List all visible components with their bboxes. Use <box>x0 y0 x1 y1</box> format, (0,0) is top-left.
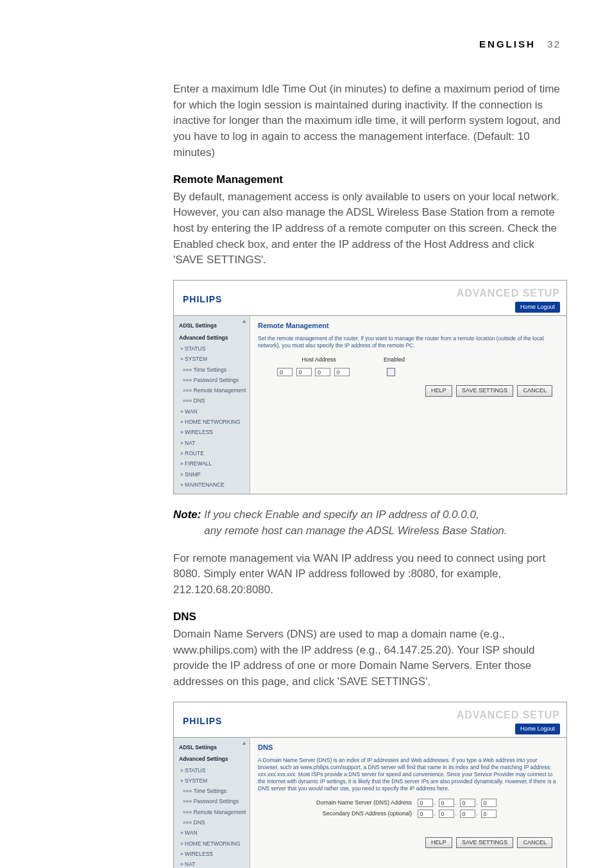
remote-mgmt-heading: Remote Management <box>173 172 567 188</box>
sidebar-item-dns[interactable]: »»» DNS <box>174 395 250 406</box>
note-line1: If you check Enable and specify an IP ad… <box>204 508 479 521</box>
sidebar-item-firewall[interactable]: » FIREWALL <box>174 458 250 469</box>
dns1-ip-1[interactable]: 0 <box>418 799 433 807</box>
sidebar: ▲ ADSL Settings Advanced Settings » STAT… <box>174 738 250 868</box>
panel-title-dns: DNS <box>258 743 559 753</box>
host-ip-3[interactable]: 0 <box>315 368 330 376</box>
sidebar-group-adsl[interactable]: ADSL Settings <box>174 742 250 753</box>
sidebar: ▲ ADSL Settings Advanced Settings » STAT… <box>174 316 250 494</box>
sidebar-item-status[interactable]: » STATUS <box>174 765 250 776</box>
host-ip-2[interactable]: 0 <box>296 368 312 376</box>
sidebar-item-time[interactable]: »»» Time Settings <box>174 365 250 375</box>
scroll-up-icon[interactable]: ▲ <box>242 317 247 325</box>
dns-body: Domain Name Servers (DNS) are used to ma… <box>173 627 567 690</box>
dns-secondary-label: Secondary DNS Address (optional) <box>296 810 416 818</box>
scroll-up-icon[interactable]: ▲ <box>242 739 247 747</box>
dns2-ip-1[interactable]: 0 <box>418 810 433 818</box>
sidebar-item-remote-mgmt[interactable]: »»» Remote Management <box>174 807 250 817</box>
advanced-setup-title: ADVANCED SETUP <box>457 288 560 299</box>
sidebar-item-wan[interactable]: » WAN <box>174 406 250 417</box>
sidebar-item-dns[interactable]: »»» DNS <box>174 817 250 828</box>
sidebar-item-wan[interactable]: » WAN <box>174 828 250 838</box>
col-enabled: Enabled <box>375 356 414 364</box>
enabled-checkbox[interactable] <box>387 368 395 376</box>
sidebar-item-status[interactable]: » STATUS <box>174 343 250 354</box>
note-line2: any remote host can manage the ADSL Wire… <box>204 525 507 537</box>
sidebar-item-maintenance[interactable]: » MAINTENANCE <box>174 480 250 490</box>
sidebar-group-advanced[interactable]: Advanced Settings <box>174 753 250 765</box>
header-lang: ENGLISH <box>479 39 536 49</box>
dns-screenshot: PHILIPS ADVANCED SETUP Home Logout ▲ ADS… <box>173 702 567 868</box>
dns1-ip-3[interactable]: 0 <box>460 799 475 807</box>
panel-title-remote: Remote Management <box>258 321 559 331</box>
note-label: Note: <box>173 508 201 521</box>
sidebar-item-remote-mgmt[interactable]: »»» Remote Management <box>174 385 250 395</box>
panel-desc-remote: Set the remote management of the router.… <box>258 335 559 349</box>
sidebar-item-nat[interactable]: » NAT <box>174 859 250 868</box>
home-logout-bar[interactable]: Home Logout <box>515 724 560 734</box>
save-settings-button[interactable]: SAVE SETTINGS <box>456 837 513 848</box>
sidebar-item-route[interactable]: » ROUTE <box>174 448 250 458</box>
sidebar-item-password[interactable]: »»» Password Settings <box>174 375 250 385</box>
page-header: ENGLISH 32 <box>45 39 567 49</box>
dns-heading: DNS <box>173 609 567 625</box>
panel-desc-dns: A Domain Name Server (DNS) is an index o… <box>258 757 559 792</box>
dns1-ip-2[interactable]: 0 <box>439 799 454 807</box>
advanced-setup-title: ADVANCED SETUP <box>457 709 560 720</box>
cancel-button[interactable]: CANCEL <box>517 385 552 396</box>
save-settings-button[interactable]: SAVE SETTINGS <box>456 385 513 396</box>
header-page-no: 32 <box>547 39 561 49</box>
sidebar-item-nat[interactable]: » NAT <box>174 438 250 448</box>
dns2-ip-2[interactable]: 0 <box>439 810 454 818</box>
sidebar-item-password[interactable]: »»» Password Settings <box>174 796 250 806</box>
remote-mgmt-screenshot: PHILIPS ADVANCED SETUP Home Logout ▲ ADS… <box>173 280 567 494</box>
sidebar-item-system[interactable]: » SYSTEM <box>174 776 250 786</box>
sidebar-item-home-net[interactable]: » HOME NETWORKING <box>174 838 250 849</box>
dns2-ip-3[interactable]: 0 <box>460 810 475 818</box>
dns-primary-label: Domain Name Server (DNS) Address <box>296 799 416 807</box>
home-logout-bar[interactable]: Home Logout <box>515 302 560 313</box>
remote-mgmt-body: By default, management access is only av… <box>173 189 567 268</box>
idle-timeout-paragraph: Enter a maximum Idle Time Out (in minute… <box>173 82 567 161</box>
host-ip-1[interactable]: 0 <box>277 368 293 376</box>
remote-mgmt-port-paragraph: For remote management via WAN IP address… <box>173 551 567 598</box>
cancel-button[interactable]: CANCEL <box>517 837 552 848</box>
sidebar-item-home-net[interactable]: » HOME NETWORKING <box>174 417 250 427</box>
sidebar-group-adsl[interactable]: ADSL Settings <box>174 320 250 331</box>
dns2-ip-4[interactable]: 0 <box>481 810 497 818</box>
sidebar-item-wireless[interactable]: » WIRELESS <box>174 427 250 437</box>
sidebar-group-advanced[interactable]: Advanced Settings <box>174 332 250 343</box>
philips-logo: PHILIPS <box>183 293 222 306</box>
dns1-ip-4[interactable]: 0 <box>481 799 497 807</box>
help-button[interactable]: HELP <box>425 385 452 396</box>
sidebar-item-wireless[interactable]: » WIRELESS <box>174 849 250 859</box>
host-ip-4[interactable]: 0 <box>334 368 350 376</box>
col-host-address: Host Address <box>277 356 361 364</box>
sidebar-item-snmp[interactable]: » SNMP <box>174 469 250 480</box>
help-button[interactable]: HELP <box>425 837 452 848</box>
sidebar-item-system[interactable]: » SYSTEM <box>174 354 250 364</box>
sidebar-item-time[interactable]: »»» Time Settings <box>174 786 250 796</box>
philips-logo: PHILIPS <box>183 715 222 727</box>
note-block: Note: If you check Enable and specify an… <box>173 507 567 539</box>
